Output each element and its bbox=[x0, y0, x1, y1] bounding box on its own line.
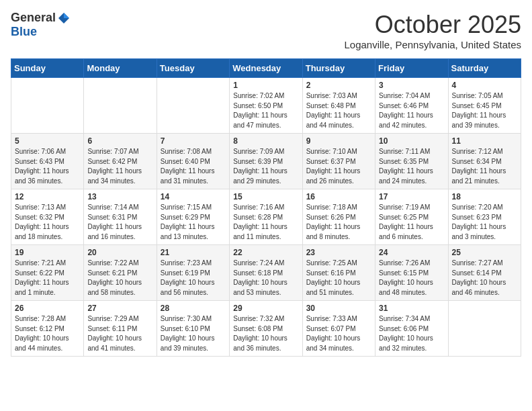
day-info: Sunrise: 7:14 AM Sunset: 6:31 PM Dayligh… bbox=[87, 203, 152, 242]
calendar-cell: 2Sunrise: 7:03 AM Sunset: 6:48 PM Daylig… bbox=[302, 78, 375, 134]
calendar-cell: 20Sunrise: 7:22 AM Sunset: 6:21 PM Dayli… bbox=[84, 245, 157, 301]
calendar-cell: 11Sunrise: 7:12 AM Sunset: 6:34 PM Dayli… bbox=[448, 134, 521, 189]
day-number: 14 bbox=[161, 192, 226, 201]
weekday-header-tuesday: Tuesday bbox=[157, 59, 229, 78]
day-number: 8 bbox=[233, 136, 298, 146]
calendar-cell bbox=[448, 301, 521, 357]
day-number: 26 bbox=[15, 304, 80, 313]
weekday-header-thursday: Thursday bbox=[302, 59, 375, 78]
day-info: Sunrise: 7:03 AM Sunset: 6:48 PM Dayligh… bbox=[306, 91, 371, 130]
calendar-table: SundayMondayTuesdayWednesdayThursdayFrid… bbox=[11, 58, 521, 357]
logo-blue-text: Blue bbox=[11, 25, 37, 39]
day-number: 21 bbox=[161, 248, 226, 257]
day-info: Sunrise: 7:11 AM Sunset: 6:35 PM Dayligh… bbox=[379, 147, 444, 186]
day-info: Sunrise: 7:20 AM Sunset: 6:23 PM Dayligh… bbox=[452, 203, 517, 242]
day-info: Sunrise: 7:21 AM Sunset: 6:22 PM Dayligh… bbox=[15, 259, 80, 298]
calendar-cell: 9Sunrise: 7:10 AM Sunset: 6:37 PM Daylig… bbox=[302, 134, 375, 189]
calendar-cell: 29Sunrise: 7:32 AM Sunset: 6:08 PM Dayli… bbox=[230, 301, 302, 357]
title-area: October 2025 Loganville, Pennsylvania, U… bbox=[345, 11, 522, 50]
calendar-cell: 1Sunrise: 7:02 AM Sunset: 6:50 PM Daylig… bbox=[230, 78, 302, 134]
day-info: Sunrise: 7:06 AM Sunset: 6:43 PM Dayligh… bbox=[15, 147, 80, 186]
logo-icon bbox=[57, 11, 71, 25]
logo: General Blue bbox=[11, 11, 71, 39]
calendar-cell: 26Sunrise: 7:28 AM Sunset: 6:12 PM Dayli… bbox=[11, 301, 84, 357]
day-info: Sunrise: 7:30 AM Sunset: 6:10 PM Dayligh… bbox=[161, 314, 226, 353]
calendar-cell: 17Sunrise: 7:19 AM Sunset: 6:25 PM Dayli… bbox=[375, 189, 448, 245]
day-number: 30 bbox=[306, 304, 371, 313]
day-number: 2 bbox=[306, 81, 371, 90]
calendar-week-row: 12Sunrise: 7:13 AM Sunset: 6:32 PM Dayli… bbox=[11, 189, 521, 245]
weekday-header-saturday: Saturday bbox=[448, 59, 521, 78]
logo-general-text: General bbox=[11, 11, 56, 25]
day-info: Sunrise: 7:09 AM Sunset: 6:39 PM Dayligh… bbox=[233, 147, 298, 186]
weekday-header-sunday: Sunday bbox=[11, 59, 84, 78]
calendar-cell: 10Sunrise: 7:11 AM Sunset: 6:35 PM Dayli… bbox=[375, 134, 448, 189]
calendar-cell: 12Sunrise: 7:13 AM Sunset: 6:32 PM Dayli… bbox=[11, 189, 84, 245]
day-number: 23 bbox=[306, 248, 371, 257]
calendar-cell: 23Sunrise: 7:25 AM Sunset: 6:16 PM Dayli… bbox=[302, 245, 375, 301]
day-info: Sunrise: 7:12 AM Sunset: 6:34 PM Dayligh… bbox=[452, 147, 517, 186]
day-info: Sunrise: 7:04 AM Sunset: 6:46 PM Dayligh… bbox=[379, 91, 444, 130]
day-number: 12 bbox=[15, 192, 80, 201]
calendar-cell: 14Sunrise: 7:15 AM Sunset: 6:29 PM Dayli… bbox=[157, 189, 229, 245]
day-number: 13 bbox=[87, 192, 152, 201]
day-info: Sunrise: 7:26 AM Sunset: 6:15 PM Dayligh… bbox=[379, 259, 444, 298]
day-info: Sunrise: 7:08 AM Sunset: 6:40 PM Dayligh… bbox=[161, 147, 226, 186]
day-number: 17 bbox=[379, 192, 444, 201]
day-info: Sunrise: 7:32 AM Sunset: 6:08 PM Dayligh… bbox=[233, 314, 298, 353]
day-info: Sunrise: 7:10 AM Sunset: 6:37 PM Dayligh… bbox=[306, 147, 371, 186]
day-info: Sunrise: 7:07 AM Sunset: 6:42 PM Dayligh… bbox=[87, 147, 152, 186]
day-info: Sunrise: 7:27 AM Sunset: 6:14 PM Dayligh… bbox=[452, 259, 517, 298]
calendar-cell: 5Sunrise: 7:06 AM Sunset: 6:43 PM Daylig… bbox=[11, 134, 84, 189]
day-number: 18 bbox=[452, 192, 517, 201]
weekday-header-friday: Friday bbox=[375, 59, 448, 78]
calendar-week-row: 26Sunrise: 7:28 AM Sunset: 6:12 PM Dayli… bbox=[11, 301, 521, 357]
weekday-header-row: SundayMondayTuesdayWednesdayThursdayFrid… bbox=[11, 59, 521, 78]
calendar-cell bbox=[84, 78, 157, 134]
day-info: Sunrise: 7:15 AM Sunset: 6:29 PM Dayligh… bbox=[161, 203, 226, 242]
day-number: 15 bbox=[233, 192, 298, 201]
day-number: 6 bbox=[87, 136, 152, 146]
calendar-cell: 24Sunrise: 7:26 AM Sunset: 6:15 PM Dayli… bbox=[375, 245, 448, 301]
day-number: 16 bbox=[306, 192, 371, 201]
day-info: Sunrise: 7:34 AM Sunset: 6:06 PM Dayligh… bbox=[379, 314, 444, 353]
day-info: Sunrise: 7:13 AM Sunset: 6:32 PM Dayligh… bbox=[15, 203, 80, 242]
day-number: 19 bbox=[15, 248, 80, 257]
day-info: Sunrise: 7:22 AM Sunset: 6:21 PM Dayligh… bbox=[87, 259, 152, 298]
day-number: 24 bbox=[379, 248, 444, 257]
day-number: 28 bbox=[161, 304, 226, 313]
day-number: 27 bbox=[87, 304, 152, 313]
day-number: 4 bbox=[452, 81, 517, 90]
calendar-cell: 25Sunrise: 7:27 AM Sunset: 6:14 PM Dayli… bbox=[448, 245, 521, 301]
calendar-week-row: 19Sunrise: 7:21 AM Sunset: 6:22 PM Dayli… bbox=[11, 245, 521, 301]
day-number: 20 bbox=[87, 248, 152, 257]
day-info: Sunrise: 7:29 AM Sunset: 6:11 PM Dayligh… bbox=[87, 314, 152, 353]
calendar-cell: 4Sunrise: 7:05 AM Sunset: 6:45 PM Daylig… bbox=[448, 78, 521, 134]
day-info: Sunrise: 7:19 AM Sunset: 6:25 PM Dayligh… bbox=[379, 203, 444, 242]
calendar-cell: 16Sunrise: 7:18 AM Sunset: 6:26 PM Dayli… bbox=[302, 189, 375, 245]
calendar-cell: 31Sunrise: 7:34 AM Sunset: 6:06 PM Dayli… bbox=[375, 301, 448, 357]
calendar-cell: 18Sunrise: 7:20 AM Sunset: 6:23 PM Dayli… bbox=[448, 189, 521, 245]
calendar-cell: 22Sunrise: 7:24 AM Sunset: 6:18 PM Dayli… bbox=[230, 245, 302, 301]
svg-marker-1 bbox=[64, 13, 69, 18]
calendar-cell: 15Sunrise: 7:16 AM Sunset: 6:28 PM Dayli… bbox=[230, 189, 302, 245]
calendar-cell: 3Sunrise: 7:04 AM Sunset: 6:46 PM Daylig… bbox=[375, 78, 448, 134]
day-number: 1 bbox=[233, 81, 298, 90]
weekday-header-wednesday: Wednesday bbox=[230, 59, 302, 78]
header: General Blue October 2025 Loganville, Pe… bbox=[11, 11, 521, 50]
day-info: Sunrise: 7:24 AM Sunset: 6:18 PM Dayligh… bbox=[233, 259, 298, 298]
weekday-header-monday: Monday bbox=[84, 59, 157, 78]
month-title: October 2025 bbox=[345, 11, 522, 39]
day-number: 31 bbox=[379, 304, 444, 313]
calendar-cell: 28Sunrise: 7:30 AM Sunset: 6:10 PM Dayli… bbox=[157, 301, 229, 357]
day-info: Sunrise: 7:25 AM Sunset: 6:16 PM Dayligh… bbox=[306, 259, 371, 298]
day-info: Sunrise: 7:28 AM Sunset: 6:12 PM Dayligh… bbox=[15, 314, 80, 353]
calendar-cell: 13Sunrise: 7:14 AM Sunset: 6:31 PM Dayli… bbox=[84, 189, 157, 245]
calendar-cell: 30Sunrise: 7:33 AM Sunset: 6:07 PM Dayli… bbox=[302, 301, 375, 357]
day-info: Sunrise: 7:33 AM Sunset: 6:07 PM Dayligh… bbox=[306, 314, 371, 353]
day-info: Sunrise: 7:02 AM Sunset: 6:50 PM Dayligh… bbox=[233, 91, 298, 130]
day-number: 11 bbox=[452, 136, 517, 146]
calendar-cell bbox=[157, 78, 229, 134]
location-title: Loganville, Pennsylvania, United States bbox=[345, 39, 522, 50]
calendar-cell bbox=[11, 78, 84, 134]
